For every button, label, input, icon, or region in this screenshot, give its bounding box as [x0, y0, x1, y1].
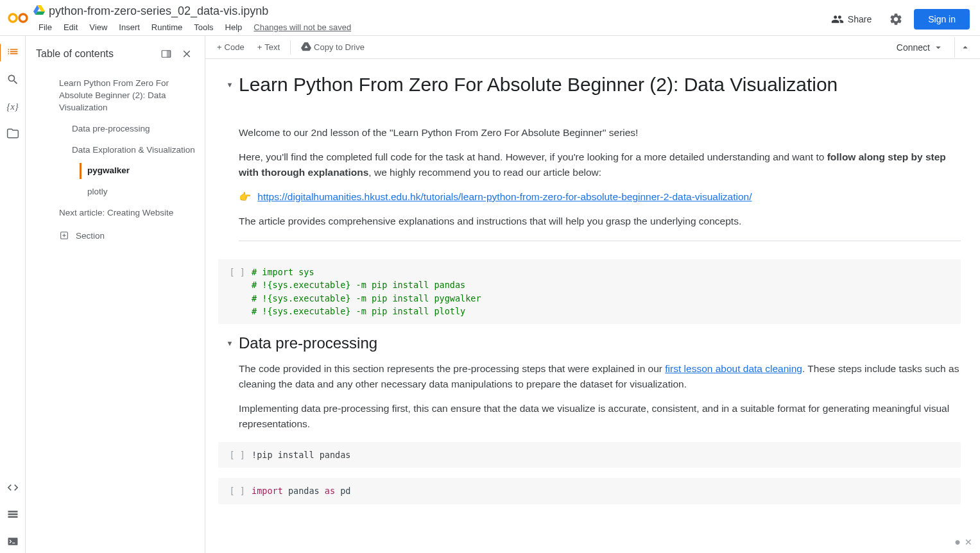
pointing-right-icon: 👉: [239, 191, 251, 202]
plus-box-icon: [59, 230, 69, 241]
paragraph: Welcome to our 2nd lesson of the "Learn …: [239, 125, 961, 140]
rail-variables-button[interactable]: {x}: [1, 95, 24, 118]
drive-icon: [33, 5, 45, 17]
paragraph: Implementing data pre-processing first, …: [239, 401, 961, 432]
paragraph: Here, you'll find the completed full cod…: [239, 149, 961, 180]
add-code-button[interactable]: + Code: [211, 40, 251, 55]
link-line: 👉 https://digitalhumanities.hkust.edu.hk…: [239, 189, 961, 205]
toc-item[interactable]: Data Exploration & Visualization: [26, 140, 205, 161]
code-body[interactable]: !pip install pandas: [252, 448, 953, 461]
section-collapse-arrow[interactable]: ▼: [225, 339, 235, 347]
svg-rect-8: [167, 51, 171, 58]
svg-point-1: [19, 14, 27, 22]
add-text-button[interactable]: + Text: [251, 40, 286, 55]
toc-move-button[interactable]: [156, 44, 176, 64]
menu-tools[interactable]: Tools: [189, 21, 218, 33]
menu-view[interactable]: View: [84, 21, 112, 33]
notebook-h2: Data pre-processing: [239, 334, 377, 352]
terminal-icon: [6, 535, 19, 548]
svg-rect-3: [8, 513, 17, 515]
paragraph: The article provides comprehensive expla…: [239, 214, 961, 229]
notebook-content[interactable]: ▼ Learn Python From Zero For Absolute Be…: [205, 59, 980, 553]
status-indicator: ●✕: [954, 536, 972, 548]
paragraph: The code provided in this section repres…: [239, 361, 961, 392]
notebook-h1: Learn Python From Zero For Absolute Begi…: [239, 72, 838, 97]
add-text-label: Text: [264, 42, 280, 52]
toc-item[interactable]: Learn Python From Zero For Absolute Begi…: [26, 73, 205, 119]
code-body[interactable]: # import sys # !{sys.executable} -m pip …: [252, 266, 953, 318]
rail-terminal-button[interactable]: [1, 530, 24, 553]
menu-runtime[interactable]: Runtime: [146, 21, 187, 33]
people-icon: [831, 13, 844, 26]
close-icon: [181, 48, 193, 60]
add-code-label: Code: [225, 42, 245, 52]
svg-rect-2: [8, 511, 17, 513]
divider: [239, 241, 961, 241]
variables-icon: {x}: [6, 101, 19, 112]
connect-label: Connect: [897, 42, 930, 53]
rail-toc-button[interactable]: [1, 41, 24, 64]
toc-panel: Table of contents Learn Python From Zero…: [26, 36, 205, 553]
code-cell[interactable]: [ ] # import sys # !{sys.executable} -m …: [218, 259, 961, 324]
menu-file[interactable]: File: [33, 21, 57, 33]
toc-add-section[interactable]: Section: [26, 224, 205, 247]
exec-count: [ ]: [226, 448, 252, 461]
dropdown-icon: [933, 42, 944, 53]
svg-point-0: [9, 14, 17, 22]
menu-help[interactable]: Help: [220, 21, 248, 33]
plus-icon: +: [217, 42, 222, 52]
svg-rect-4: [8, 516, 17, 518]
copy-to-drive-label: Copy to Drive: [314, 42, 365, 52]
svg-rect-5: [8, 538, 17, 545]
copy-to-drive-button[interactable]: Copy to Drive: [295, 40, 371, 55]
connect-button[interactable]: Connect: [890, 39, 950, 56]
toc-item[interactable]: Next article: Creating Website: [26, 203, 205, 224]
code-icon: [6, 481, 19, 494]
share-button[interactable]: Share: [825, 9, 878, 30]
plus-icon: +: [257, 42, 262, 52]
toc-title: Table of contents: [36, 48, 156, 60]
chevron-up-icon: [959, 42, 971, 53]
signin-button[interactable]: Sign in: [914, 9, 970, 30]
colab-logo[interactable]: [5, 5, 31, 31]
drive-small-icon: [301, 42, 311, 53]
toc-item[interactable]: plotly: [26, 182, 205, 203]
toc-add-section-label: Section: [76, 231, 105, 241]
tab-icon: [160, 48, 172, 60]
rail-search-button[interactable]: [1, 68, 24, 91]
toc-item[interactable]: Data pre-processing: [26, 119, 205, 140]
exec-count: [ ]: [226, 484, 252, 497]
settings-button[interactable]: [883, 6, 909, 32]
folder-icon: [6, 127, 19, 140]
menu-edit[interactable]: Edit: [58, 21, 83, 33]
code-body[interactable]: import pandas as pd: [252, 484, 953, 497]
toc-icon: [6, 46, 19, 59]
notebook-title[interactable]: python-from-zero-series_02_data-vis.ipyn…: [49, 4, 268, 18]
toggle-header-button[interactable]: [954, 37, 975, 58]
changes-not-saved-link[interactable]: Changes will not be saved: [254, 22, 351, 32]
code-cell[interactable]: [ ] !pip install pandas: [218, 442, 961, 468]
code-cell[interactable]: [ ] import pandas as pd: [218, 478, 961, 504]
exec-count: [ ]: [226, 266, 252, 318]
list-icon: [6, 508, 19, 521]
rail-code-snippets-button[interactable]: [1, 476, 24, 499]
toc-close-button[interactable]: [176, 44, 197, 64]
menu-insert[interactable]: Insert: [114, 21, 145, 33]
rail-command-palette-button[interactable]: [1, 503, 24, 526]
share-label: Share: [848, 14, 872, 24]
section-collapse-arrow[interactable]: ▼: [225, 81, 235, 89]
search-icon: [6, 73, 19, 86]
toc-item[interactable]: pygwalker: [26, 160, 205, 182]
rail-files-button[interactable]: [1, 122, 24, 145]
data-cleaning-link[interactable]: first lesson about data cleaning: [665, 363, 802, 374]
tutorial-link[interactable]: https://digitalhumanities.hkust.edu.hk/t…: [257, 191, 752, 202]
menu-bar: File Edit View Insert Runtime Tools Help…: [33, 19, 825, 35]
gear-icon: [889, 12, 903, 26]
